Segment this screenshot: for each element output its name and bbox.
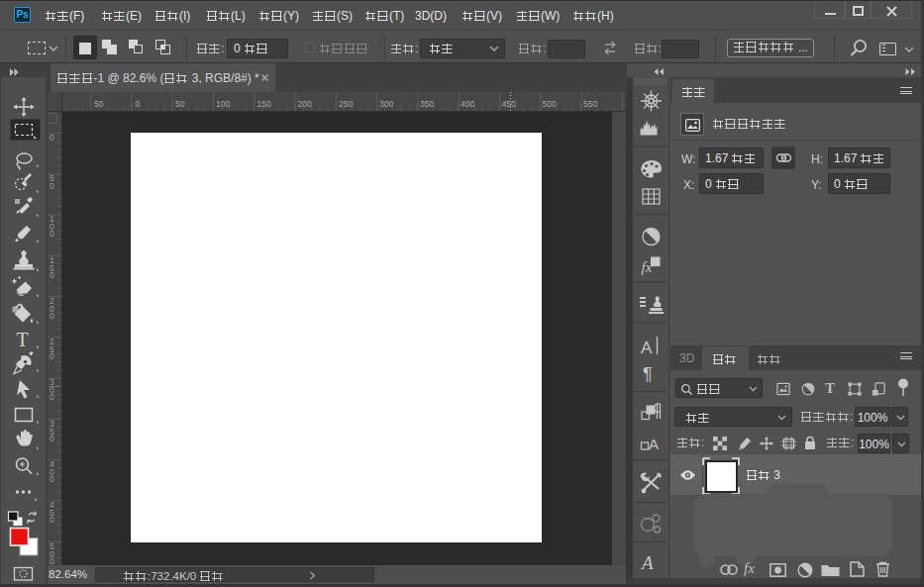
svg-text:T: T — [17, 329, 29, 350]
svg-text:¶: ¶ — [643, 364, 653, 384]
svg-text:A: A — [640, 552, 654, 573]
svg-text:A: A — [641, 339, 653, 357]
svg-text:fx: fx — [642, 259, 653, 275]
svg-text:A: A — [649, 436, 659, 452]
